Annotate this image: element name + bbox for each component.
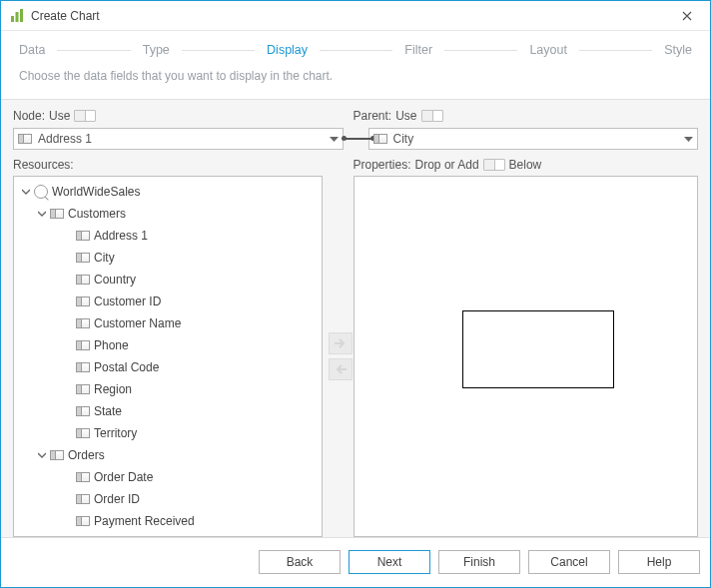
- tree-row[interactable]: Customers: [14, 203, 322, 225]
- parent-use-toggle[interactable]: [421, 110, 443, 122]
- node-label-row: Node: Use: [13, 106, 358, 126]
- close-icon[interactable]: [672, 1, 702, 31]
- tree-label: Orders: [68, 448, 105, 462]
- tree-row[interactable]: City: [14, 247, 322, 269]
- footer-buttons: Back Next Finish Cancel Help: [1, 537, 710, 585]
- tree-row[interactable]: Country: [14, 269, 322, 291]
- tree-label: Address 1: [94, 229, 148, 243]
- node-use-toggle[interactable]: [74, 110, 96, 122]
- svg-rect-1: [16, 12, 19, 22]
- properties-panel[interactable]: [354, 176, 699, 537]
- tree-label: Customers: [68, 207, 126, 221]
- field-icon: [76, 472, 90, 482]
- field-icon: [76, 362, 90, 372]
- use-label: Use: [49, 109, 70, 123]
- chevron-down-icon: [330, 132, 339, 146]
- step-layout[interactable]: Layout: [527, 43, 569, 57]
- field-icon: [76, 340, 90, 350]
- tree-row[interactable]: Order Date: [14, 466, 322, 488]
- expand-icon[interactable]: [36, 209, 48, 220]
- expand-icon[interactable]: [20, 187, 32, 198]
- field-icon: [76, 275, 90, 285]
- parent-combo[interactable]: City: [368, 128, 699, 150]
- add-arrow-button[interactable]: [329, 332, 353, 354]
- field-icon: [76, 494, 90, 504]
- tree-row[interactable]: Region: [14, 378, 322, 400]
- step-type[interactable]: Type: [141, 43, 172, 57]
- chevron-down-icon: [684, 132, 693, 146]
- tree-row[interactable]: Order ID: [14, 488, 322, 510]
- combo-connector-row: Address 1: [13, 128, 373, 150]
- parent-label-row: Parent: Use: [354, 106, 699, 126]
- app-icon: [9, 8, 25, 24]
- help-button[interactable]: Help: [618, 550, 700, 574]
- remove-arrow-button[interactable]: [329, 358, 353, 380]
- step-style[interactable]: Style: [662, 43, 694, 57]
- instruction-text: Choose the data fields that you want to …: [1, 65, 710, 100]
- resources-tree[interactable]: WorldWideSalesCustomers Address 1 City C…: [13, 176, 323, 537]
- content-area: Node: Use Address 1 Resources: WorldWide…: [1, 100, 710, 537]
- tree-row[interactable]: WorldWideSales: [14, 181, 322, 203]
- properties-toggle[interactable]: [483, 159, 505, 171]
- svg-rect-0: [11, 16, 14, 22]
- tree-row[interactable]: Orders: [14, 444, 322, 466]
- field-icon: [76, 318, 90, 328]
- tree-label: Region: [94, 382, 132, 396]
- use-label-parent: Use: [395, 109, 416, 123]
- tree-label: Payment Received: [94, 514, 195, 528]
- tree-row[interactable]: Customer Name: [14, 312, 322, 334]
- node-parent-connector: [344, 138, 373, 140]
- field-icon: [76, 516, 90, 526]
- tree-row[interactable]: Phone: [14, 334, 322, 356]
- expand-icon[interactable]: [36, 450, 48, 461]
- field-icon: [76, 231, 90, 241]
- parent-combo-value: City: [393, 132, 414, 146]
- field-icon: [76, 384, 90, 394]
- step-data[interactable]: Data: [17, 43, 47, 57]
- folder-icon: [50, 450, 64, 460]
- tree-row[interactable]: Territory: [14, 422, 322, 444]
- tree-label: Customer ID: [94, 294, 161, 308]
- back-button[interactable]: Back: [259, 550, 341, 574]
- tree-row[interactable]: Postal Code: [14, 356, 322, 378]
- field-icon: [76, 253, 90, 263]
- title-bar: Create Chart: [1, 1, 710, 31]
- window-title: Create Chart: [31, 9, 100, 23]
- folder-icon: [50, 209, 64, 219]
- svg-rect-2: [20, 9, 23, 22]
- field-icon: [76, 296, 90, 306]
- resources-label: Resources:: [13, 156, 358, 174]
- query-icon: [34, 185, 48, 199]
- field-icon: [373, 134, 387, 144]
- tree-label: Territory: [94, 426, 137, 440]
- tree-label: Country: [94, 273, 136, 287]
- finish-button[interactable]: Finish: [438, 550, 520, 574]
- tree-label: Phone: [94, 338, 129, 352]
- tree-label: WorldWideSales: [52, 185, 140, 199]
- below-label: Below: [509, 158, 542, 172]
- wizard-steps: Data Type Display Filter Layout Style: [1, 31, 710, 65]
- tree-label: Postal Code: [94, 360, 159, 374]
- tree-label: Order ID: [94, 492, 140, 506]
- parent-label: Parent:: [354, 109, 392, 123]
- cancel-button[interactable]: Cancel: [528, 550, 610, 574]
- drop-add-label: Drop or Add: [415, 158, 479, 172]
- properties-label-row: Properties: Drop or Add Below: [354, 156, 699, 174]
- tree-label: Customer Name: [94, 316, 181, 330]
- tree-row[interactable]: Payment Received: [14, 510, 322, 532]
- field-icon: [18, 134, 32, 144]
- tree-label: Order Date: [94, 470, 153, 484]
- step-filter[interactable]: Filter: [402, 43, 434, 57]
- node-label: Node:: [13, 109, 45, 123]
- tree-row[interactable]: State: [14, 400, 322, 422]
- tree-row[interactable]: Address 1: [14, 225, 322, 247]
- tree-label: City: [94, 251, 115, 265]
- step-display[interactable]: Display: [265, 43, 310, 57]
- tree-row[interactable]: Customer ID: [14, 291, 322, 312]
- node-combo[interactable]: Address 1: [13, 128, 344, 150]
- field-icon: [76, 406, 90, 416]
- tree-label: State: [94, 404, 122, 418]
- field-icon: [76, 428, 90, 438]
- drop-target-box[interactable]: [462, 310, 614, 388]
- next-button[interactable]: Next: [349, 550, 430, 574]
